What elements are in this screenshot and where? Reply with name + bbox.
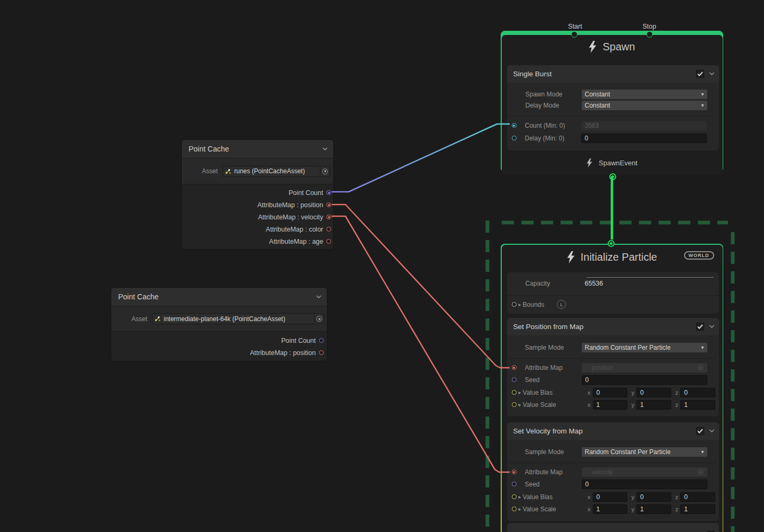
axis-x-label: x <box>588 389 591 396</box>
value-scale-input-port[interactable] <box>512 507 517 511</box>
world-space-badge[interactable]: WORLD <box>684 251 714 260</box>
value-bias-x-field[interactable]: 0 <box>593 388 627 397</box>
seed-input-port[interactable] <box>512 482 517 486</box>
object-picker-button[interactable] <box>320 166 330 176</box>
value-scale-input-port[interactable] <box>512 402 517 407</box>
point-cache-node-planet[interactable]: Point Cache Asset intermediate-planet-64… <box>111 287 327 361</box>
value-scale-z-field[interactable]: 1 <box>680 504 715 514</box>
position-sphere-block[interactable]: Position (Sphere) <box>507 523 719 532</box>
velocity-attributemap-edge[interactable] <box>332 216 510 472</box>
set-position-from-map-block[interactable]: Set Position from Map Sample Mode Random… <box>507 318 719 416</box>
delay-input-port[interactable] <box>512 136 517 140</box>
dropdown-arrow-icon: ▾ <box>701 102 704 108</box>
collapse-chevron-icon[interactable] <box>709 429 715 433</box>
spawn-context-node[interactable]: Start Stop Spawn Single Burst <box>501 31 723 172</box>
single-burst-title: Single Burst <box>513 70 552 78</box>
set-velocity-from-map-block[interactable]: Set Velocity from Map Sample Mode Random… <box>507 422 719 521</box>
attributemap-color-output-port[interactable] <box>326 227 331 232</box>
seed-input-port[interactable] <box>512 377 517 382</box>
context-settings: Capacity 65536 ▸ Bounds L <box>507 272 719 314</box>
asset-object-field[interactable]: runes (PointCacheAsset) <box>223 166 330 177</box>
spawn-node-title: Spawn <box>602 41 635 53</box>
lightning-icon <box>567 251 575 263</box>
attribute-map-label: Attribute Map <box>525 364 582 371</box>
value-bias-z-field[interactable]: 0 <box>680 388 715 397</box>
attributemap-age-output-port[interactable] <box>326 239 331 244</box>
block-enabled-checkbox[interactable] <box>696 427 704 435</box>
block-title: Set Velocity from Map <box>513 427 583 435</box>
seed-field[interactable]: 0 <box>582 375 707 385</box>
object-picker-icon <box>316 316 322 322</box>
point-count-output-port[interactable] <box>319 338 324 343</box>
asset-label: Asset <box>182 167 218 175</box>
collapse-chevron-icon[interactable] <box>709 72 715 76</box>
single-burst-enabled-checkbox[interactable] <box>696 70 704 78</box>
attribute-map-input-port[interactable] <box>512 469 517 474</box>
asset-object-field[interactable]: intermediate-planet-64k (PointCacheAsset… <box>152 313 324 324</box>
sample-mode-label: Sample Mode <box>525 344 582 351</box>
foldout-arrow-icon[interactable]: ▸ <box>519 494 521 500</box>
point-count-output-port[interactable] <box>326 190 331 195</box>
collapse-chevron-icon[interactable] <box>709 325 715 329</box>
count-input-port[interactable] <box>512 123 517 128</box>
object-picker-button[interactable] <box>314 314 324 324</box>
sample-mode-label: Sample Mode <box>525 448 582 456</box>
stop-flow-port[interactable] <box>646 31 653 38</box>
value-bias-label: Value Bias <box>523 389 584 396</box>
collapse-chevron-icon[interactable] <box>322 147 328 151</box>
foldout-arrow-icon[interactable]: ▸ <box>519 402 521 407</box>
seed-field[interactable]: 0 <box>582 480 707 489</box>
foldout-arrow-icon[interactable]: ▸ <box>519 389 521 395</box>
count-label: Count (Min: 0) <box>525 122 581 129</box>
point-cache-title: Point Cache <box>189 145 229 153</box>
value-bias-y-field[interactable]: 0 <box>636 492 671 502</box>
spawn-event-output-port[interactable] <box>609 173 616 180</box>
delay-mode-label: Delay Mode <box>526 102 582 109</box>
value-scale-x-field[interactable]: 1 <box>593 504 627 514</box>
count-field[interactable]: 3583 <box>581 121 707 130</box>
sample-mode-dropdown[interactable]: Random Constant Per Particle ▾ <box>582 447 707 457</box>
attributemap-position-output-port[interactable] <box>319 350 324 355</box>
attribute-map-field[interactable]: position <box>582 363 707 373</box>
output-label: Point Count <box>281 337 316 344</box>
value-scale-x-field[interactable]: 1 <box>593 400 627 410</box>
collapse-chevron-icon[interactable] <box>316 295 322 299</box>
value-scale-y-field[interactable]: 1 <box>636 504 671 514</box>
point-count-to-count-edge[interactable] <box>332 124 510 192</box>
start-flow-port[interactable] <box>571 31 578 38</box>
spawn-mode-dropdown[interactable]: Constant ▾ <box>582 90 707 99</box>
initialize-input-flow-port[interactable] <box>608 240 615 247</box>
start-port-label: Start <box>562 23 589 30</box>
delay-mode-dropdown[interactable]: Constant ▾ <box>582 101 707 110</box>
single-burst-block[interactable]: Single Burst Spawn Mode Constant ▾ <box>507 65 719 150</box>
point-cache-title: Point Cache <box>118 292 158 301</box>
value-bias-x-field[interactable]: 0 <box>593 492 627 502</box>
sample-mode-dropdown[interactable]: Random Constant Per Particle ▾ <box>582 343 707 352</box>
value-scale-z-field[interactable]: 1 <box>680 400 715 410</box>
value-bias-y-field[interactable]: 0 <box>636 388 671 397</box>
initialize-particle-context-node[interactable]: Initialize Particle WORLD Capacity 65536… <box>501 244 723 532</box>
capacity-field[interactable]: 65536 <box>585 280 603 287</box>
foldout-arrow-icon[interactable]: ▸ <box>519 506 521 512</box>
bounds-lock-icon[interactable]: L <box>557 300 566 309</box>
axis-z-label: z <box>676 494 679 500</box>
foldout-arrow-icon[interactable]: ▸ <box>519 302 521 307</box>
block-title: Set Position from Map <box>513 323 584 331</box>
position-attributemap-edge[interactable] <box>332 205 510 368</box>
output-label: AttributeMap : position <box>257 201 323 209</box>
value-bias-input-port[interactable] <box>512 390 517 395</box>
output-label: Point Count <box>289 189 323 197</box>
bounds-input-port[interactable] <box>512 302 517 307</box>
output-label: AttributeMap : position <box>250 349 316 357</box>
attributemap-position-output-port[interactable] <box>326 202 331 207</box>
attribute-map-input-port[interactable] <box>512 365 517 370</box>
value-scale-y-field[interactable]: 1 <box>636 400 671 410</box>
block-enabled-checkbox[interactable] <box>696 323 704 331</box>
attributemap-velocity-output-port[interactable] <box>326 215 331 219</box>
point-cache-node-runes[interactable]: Point Cache Asset runes (PointCacheAsset… <box>181 139 334 250</box>
value-bias-z-field[interactable]: 0 <box>680 492 715 502</box>
seed-label: Seed <box>525 481 582 488</box>
value-bias-input-port[interactable] <box>512 494 517 499</box>
attribute-map-field[interactable]: velocity <box>582 467 707 477</box>
delay-field[interactable]: 0 <box>581 134 707 143</box>
